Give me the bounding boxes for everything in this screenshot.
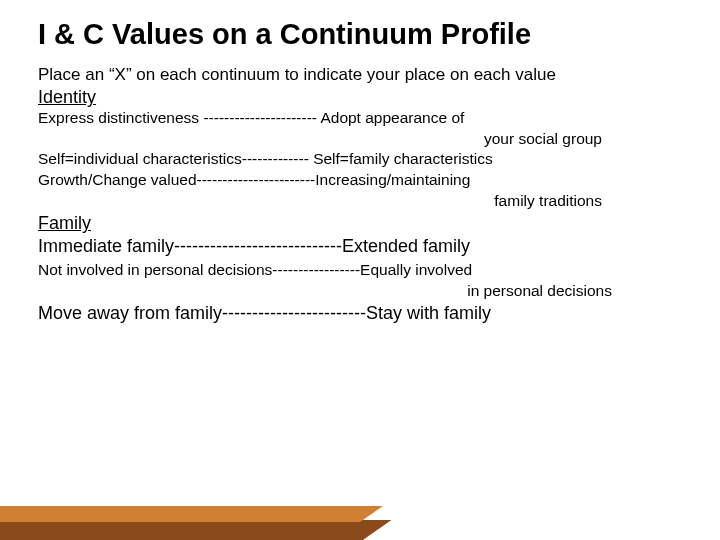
continuum-right: Self=family characteristics	[309, 150, 493, 167]
continuum-right: Equally involved	[360, 261, 472, 278]
continuum-right: Increasing/maintaining	[315, 171, 470, 188]
continuum-left: Immediate family	[38, 236, 174, 256]
continuum-dashes: -----------------------	[197, 171, 316, 188]
continuum-row: Move away from family-------------------…	[38, 301, 682, 326]
continuum-dashes: ----------------------	[203, 109, 317, 126]
continuum-sub: your social group	[38, 129, 682, 149]
continuum-sub: family traditions	[38, 191, 682, 211]
corner-accent-graphic	[0, 460, 220, 540]
accent-stripe	[0, 506, 383, 522]
continuum-row: Express distinctiveness ----------------…	[38, 108, 682, 129]
continuum-left: Move away from family	[38, 303, 222, 323]
continuum-dashes: -------------	[242, 150, 309, 167]
section-header-identity: Identity	[38, 87, 682, 108]
continuum-right: Extended family	[342, 236, 470, 256]
section-header-family: Family	[38, 213, 682, 234]
accent-stripe	[0, 520, 391, 540]
continuum-left: Self=individual characteristics	[38, 150, 242, 167]
continuum-right: Stay with family	[366, 303, 491, 323]
continuum-row: Immediate family------------------------…	[38, 234, 682, 259]
continuum-left: Not involved in personal decisions	[38, 261, 272, 278]
continuum-dashes: -----------------	[272, 261, 360, 278]
continuum-dashes: ------------------------	[222, 303, 366, 323]
slide-title: I & C Values on a Continuum Profile	[38, 18, 682, 51]
continuum-left: Express distinctiveness	[38, 109, 203, 126]
continuum-sub: in personal decisions	[38, 281, 682, 301]
instruction-text: Place an “X” on each continuum to indica…	[38, 65, 682, 85]
continuum-dashes: ----------------------------	[174, 236, 342, 256]
continuum-row: Not involved in personal decisions------…	[38, 260, 682, 281]
continuum-row: Growth/Change valued--------------------…	[38, 170, 682, 191]
continuum-right: Adopt appearance of	[317, 109, 464, 126]
slide-content: I & C Values on a Continuum Profile Plac…	[0, 0, 720, 326]
continuum-left: Growth/Change valued	[38, 171, 197, 188]
continuum-row: Self=individual characteristics---------…	[38, 149, 682, 170]
